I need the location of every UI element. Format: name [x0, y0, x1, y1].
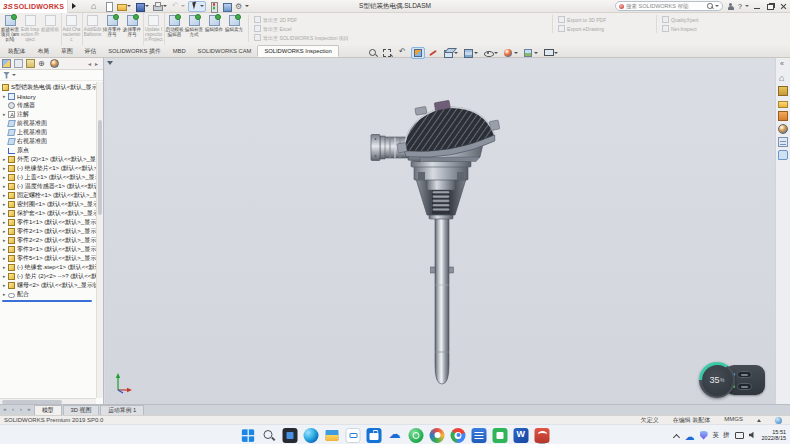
tab-nav-next-icon[interactable]: [18, 405, 24, 414]
tmail-icon[interactable]: [346, 428, 361, 443]
headsup-button[interactable]: [521, 47, 540, 59]
panel-arrow-left-icon[interactable]: [88, 59, 94, 68]
help-button[interactable]: ?: [738, 3, 742, 10]
flyout-tree-arrow-icon[interactable]: [107, 61, 113, 65]
ribbon-button[interactable]: 编辑操作: [204, 13, 224, 45]
close-button[interactable]: [778, 1, 788, 12]
ribbon-button[interactable]: Add/Edit Balloons: [82, 13, 102, 45]
tree-item[interactable]: 上视基准面: [0, 128, 96, 137]
ribbon-button[interactable]: Update Inspection Project: [143, 13, 163, 45]
ribbon-button[interactable]: 启动模板编辑器: [164, 13, 184, 45]
document-tab[interactable]: 运动算例 1: [100, 405, 144, 415]
quick-access-button[interactable]: [90, 1, 101, 12]
tree-item[interactable]: 前视基准面: [0, 119, 96, 128]
tree-item[interactable]: ▸密封圈<1> (默认<<默认>_显示状: [0, 200, 96, 209]
widget-mini-button[interactable]: [737, 383, 752, 390]
taskbar-clock[interactable]: 15:51 2022/8/15: [762, 429, 786, 442]
ribbon-button[interactable]: Edit Inspection Project: [20, 13, 40, 45]
ribbon-button[interactable]: 导出至 Excel: [254, 24, 548, 33]
document-tab[interactable]: 模型: [34, 405, 62, 415]
headsup-button[interactable]: [381, 47, 395, 59]
tree-item[interactable]: ▸零件2<2> (默认<<默认>_显示状态: [0, 236, 96, 245]
globe-status-icon[interactable]: [775, 417, 782, 424]
tonedrive-icon[interactable]: [388, 428, 403, 443]
tab-nav-prev-icon[interactable]: [10, 405, 16, 414]
ribbon-button[interactable]: 排序零件序号: [102, 13, 122, 45]
ribbon-tab[interactable]: 评估: [79, 45, 103, 57]
tree-item[interactable]: ▸(-) 垫片 (2)<2> -->? (默认<<默认: [0, 272, 96, 281]
quick-access-button[interactable]: [208, 1, 219, 12]
solidworks-logo[interactable]: 3S SOLIDWORKS: [0, 0, 68, 13]
ribbon-tab[interactable]: MBD: [167, 45, 192, 57]
search-input[interactable]: 搜索 SOLIDWORKS 帮助: [615, 1, 723, 11]
solidworks-icon[interactable]: [535, 428, 550, 443]
ribbon-button[interactable]: 新建检查项目 (amp;N): [0, 13, 20, 45]
panel-vertical-scrollbar[interactable]: [96, 82, 103, 398]
propertymanager-icon[interactable]: [14, 59, 23, 68]
texplorer-icon[interactable]: [325, 428, 340, 443]
configurationmanager-icon[interactable]: [26, 59, 35, 68]
word-icon[interactable]: [514, 428, 529, 443]
collapse-icon[interactable]: [778, 60, 788, 70]
widgets-icon[interactable]: [283, 428, 298, 443]
ime-language-indicator[interactable]: 拼: [723, 431, 730, 440]
tree-item[interactable]: ▸外壳 (2)<1> (默认<<默认>_显示状: [0, 155, 96, 164]
headsup-button[interactable]: [441, 47, 460, 59]
tree-item[interactable]: ▸(-) 绝缘垫片<1> (默认<<默认>_显: [0, 164, 96, 173]
units-caret-icon[interactable]: [757, 419, 761, 422]
thermocouple-model-3d[interactable]: [356, 95, 506, 395]
ribbon-tab[interactable]: SOLIDWORKS 插件: [102, 45, 167, 57]
quick-access-button[interactable]: [234, 1, 250, 12]
ime-language-indicator[interactable]: 英: [713, 431, 720, 440]
quick-access-button[interactable]: [188, 1, 206, 12]
dimxpert-icon[interactable]: [38, 59, 47, 68]
start-icon[interactable]: [242, 429, 255, 442]
quick-access-button[interactable]: [221, 1, 232, 12]
tree-root-item[interactable]: S型铠装热电偶 (默认<默认_显示状态-1: [0, 82, 96, 92]
tree-item[interactable]: ▸螺母<2> (默认<<默认>_显示状态: [0, 281, 96, 290]
tab-nav-first-icon[interactable]: [2, 405, 8, 414]
headsup-button[interactable]: [501, 47, 520, 59]
ribbon-tab[interactable]: SOLIDWORKS Inspection: [257, 45, 338, 57]
app-green-icon[interactable]: [409, 428, 424, 443]
tree-item[interactable]: ▸固定螺栓<1> (默认<<默认>_显示状: [0, 191, 96, 200]
quick-access-button[interactable]: [134, 1, 150, 12]
tree-item[interactable]: ▸零件3<1> (默认<<默认>_显示状态: [0, 245, 96, 254]
display-tray-icon[interactable]: [735, 432, 744, 439]
forum-icon[interactable]: [778, 150, 788, 160]
ribbon-button[interactable]: Add Characteristic: [61, 13, 81, 45]
headsup-button[interactable]: [461, 47, 480, 59]
scrollbar-thumb[interactable]: [98, 120, 102, 215]
tree-filter[interactable]: [0, 70, 103, 81]
headsup-button[interactable]: [541, 47, 560, 59]
ribbon-tab[interactable]: SOLIDWORKS CAM: [192, 45, 258, 57]
ribbon-button[interactable]: Export eDrawing: [558, 24, 652, 33]
tree-item[interactable]: 传感器: [0, 101, 96, 110]
tree-item[interactable]: 原点: [0, 146, 96, 155]
graphics-viewport[interactable]: 35%: [105, 58, 790, 404]
quick-access-button[interactable]: [103, 1, 114, 12]
ribbon-button[interactable]: 编辑检查方式: [184, 13, 204, 45]
tree-item[interactable]: ▸零件5<1> (默认<<默认>_显示状态: [0, 254, 96, 263]
search-caret-icon[interactable]: [715, 5, 719, 7]
login-user-icon[interactable]: [726, 2, 735, 11]
tree-item[interactable]: ▸零件1<1> (默认<<默认>_显示状态: [0, 218, 96, 227]
tree-item[interactable]: 右视基准面: [0, 137, 96, 146]
headsup-button[interactable]: [426, 47, 440, 59]
security-shield-icon[interactable]: [700, 431, 708, 440]
ribbon-tab[interactable]: 布局: [31, 45, 55, 57]
headsup-button[interactable]: [366, 47, 380, 59]
ribbon-button[interactable]: 编辑卖方: [224, 13, 244, 45]
search-icon[interactable]: [707, 3, 713, 9]
ribbon-button[interactable]: 导出至 2D PDF: [254, 15, 548, 24]
tree-item[interactable]: ▸(-) 上盖<1> (默认<<默认>_显示状: [0, 173, 96, 182]
app-greensq-icon[interactable]: [493, 428, 508, 443]
tree-item[interactable]: ▸(-) 温度传感器<1> (默认<<默认>_: [0, 182, 96, 191]
custom-properties-icon[interactable]: [778, 137, 788, 147]
edge-icon[interactable]: [304, 428, 319, 443]
quick-access-button[interactable]: [116, 1, 132, 12]
menu-expand-arrow-icon[interactable]: [72, 3, 76, 9]
app-rainbow-icon[interactable]: [430, 428, 445, 443]
ribbon-button[interactable]: QualityXpert: [662, 15, 764, 24]
restore-button[interactable]: [765, 1, 775, 12]
